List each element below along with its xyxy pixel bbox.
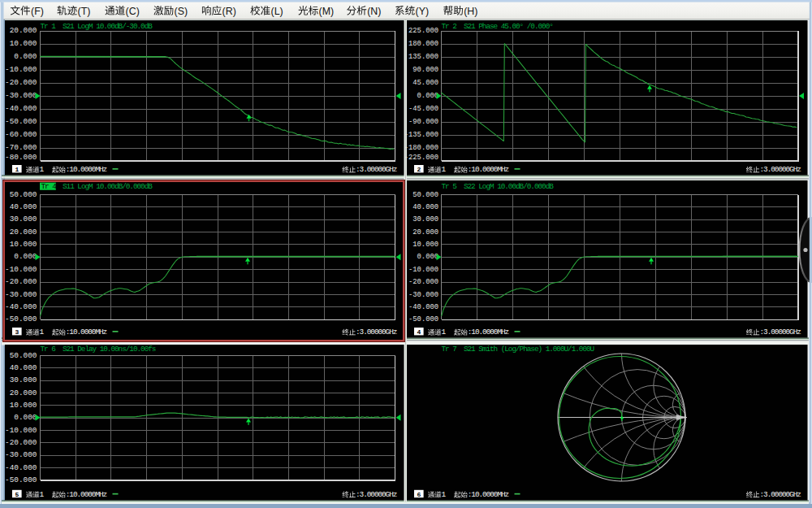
svg-text:0.000: 0.000 xyxy=(14,252,37,261)
svg-text::10.0000MHz: :10.0000MHz xyxy=(66,490,107,499)
svg-text:50.000: 50.000 xyxy=(10,351,37,360)
svg-text::3.00000GHz: :3.00000GHz xyxy=(760,490,801,499)
svg-text::3.00000GHz: :3.00000GHz xyxy=(760,165,801,174)
svg-text:0.000: 0.000 xyxy=(14,413,37,422)
svg-text:(T): (T) xyxy=(78,6,91,17)
svg-text:1: 1 xyxy=(15,166,19,173)
svg-text:20.000: 20.000 xyxy=(10,26,37,35)
svg-text:(F): (F) xyxy=(31,6,44,17)
svg-text:-10.000: -10.000 xyxy=(5,265,37,274)
svg-text:-60.000: -60.000 xyxy=(5,130,37,139)
svg-text:0.000: 0.000 xyxy=(417,253,438,261)
svg-text:-30.000: -30.000 xyxy=(5,450,37,459)
svg-text:(R): (R) xyxy=(222,6,236,17)
svg-text:-10.000: -10.000 xyxy=(5,426,37,435)
svg-text::10.0000MHz: :10.0000MHz xyxy=(468,490,509,499)
svg-text:-50.000: -50.000 xyxy=(5,117,37,126)
svg-text:-50.000: -50.000 xyxy=(5,475,37,484)
svg-text:-90.000: -90.000 xyxy=(408,118,438,126)
svg-text:0.000: 0.000 xyxy=(417,92,438,100)
svg-text:(S): (S) xyxy=(175,6,188,17)
svg-text::3.00000GHz: :3.00000GHz xyxy=(356,328,397,336)
svg-text:-50.000: -50.000 xyxy=(5,315,37,323)
svg-text:-135.000: -135.000 xyxy=(404,131,438,139)
svg-text:-70.000: -70.000 xyxy=(5,143,37,152)
svg-text:-10.000: -10.000 xyxy=(408,266,438,274)
svg-text:4: 4 xyxy=(417,328,421,336)
svg-text:50.000: 50.000 xyxy=(412,191,438,199)
svg-text:30.000: 30.000 xyxy=(10,376,37,384)
svg-text::3.00000GHz: :3.00000GHz xyxy=(356,490,397,499)
svg-text:10.000: 10.000 xyxy=(412,241,438,249)
svg-text:-225.000: -225.000 xyxy=(404,154,438,162)
svg-text:50.000: 50.000 xyxy=(10,190,37,199)
svg-text:30.000: 30.000 xyxy=(412,215,438,224)
svg-text:10.000: 10.000 xyxy=(10,401,37,410)
svg-text:40.000: 40.000 xyxy=(10,202,37,211)
svg-text:-45.000: -45.000 xyxy=(408,105,438,113)
svg-text::3.00000GHz: :3.00000GHz xyxy=(356,165,397,174)
svg-text:90.000: 90.000 xyxy=(412,66,438,74)
svg-text:S11 LogM 10.00dB/0.000dB: S11 LogM 10.00dB/0.000dB xyxy=(63,182,153,191)
svg-text:(H): (H) xyxy=(464,6,477,17)
svg-text:-30.000: -30.000 xyxy=(408,291,438,299)
svg-text:Tr 6 S21 Delay 10.00ns/10.00f: Tr 6 S21 Delay 10.00ns/10.00fs xyxy=(41,345,156,354)
svg-text:Tr 5 S22 LogM 10.00dB/0.000dB: Tr 5 S22 LogM 10.00dB/0.000dB xyxy=(442,182,555,191)
svg-text:(N): (N) xyxy=(367,6,381,17)
svg-text::10.0000MHz: :10.0000MHz xyxy=(66,165,107,174)
svg-text:20.000: 20.000 xyxy=(10,228,37,237)
svg-text:10.000: 10.000 xyxy=(10,39,37,48)
svg-text:10.000: 10.000 xyxy=(10,240,37,249)
svg-text:40.000: 40.000 xyxy=(10,363,37,372)
svg-text:3: 3 xyxy=(15,328,19,336)
svg-text:-40.000: -40.000 xyxy=(5,302,37,311)
svg-text::3.00000GHz: :3.00000GHz xyxy=(760,328,801,336)
svg-text:(Y): (Y) xyxy=(416,6,430,17)
svg-text:0.000: 0.000 xyxy=(14,52,37,61)
svg-text:20.000: 20.000 xyxy=(10,389,37,397)
svg-text:(C): (C) xyxy=(126,6,140,17)
svg-text:6: 6 xyxy=(417,491,421,498)
svg-text:-10.000: -10.000 xyxy=(5,65,37,74)
svg-text:-50.000: -50.000 xyxy=(408,315,438,323)
svg-text:20.000: 20.000 xyxy=(412,228,438,237)
svg-text:225.000: 225.000 xyxy=(408,27,438,35)
svg-text:30.000: 30.000 xyxy=(10,215,37,224)
svg-text:Tr 1 S21 LogM 10.00dB/-30.0dB: Tr 1 S21 LogM 10.00dB/-30.0dB xyxy=(41,22,153,31)
svg-text:-30.000: -30.000 xyxy=(5,91,37,100)
svg-text:-40.000: -40.000 xyxy=(5,463,37,472)
svg-text:135.000: 135.000 xyxy=(408,53,438,61)
svg-text:-180.000: -180.000 xyxy=(404,144,438,152)
svg-text:-20.000: -20.000 xyxy=(5,277,37,286)
svg-text:Tr 4: Tr 4 xyxy=(41,182,58,191)
svg-text:45.000: 45.000 xyxy=(412,79,438,87)
svg-text:-30.000: -30.000 xyxy=(5,290,37,299)
svg-text:(L): (L) xyxy=(271,6,283,17)
svg-text:Tr 2 S21 Phase 45.00° /0.000°: Tr 2 S21 Phase 45.00° /0.000° xyxy=(442,22,554,31)
svg-text::10.0000MHz: :10.0000MHz xyxy=(66,328,107,336)
svg-text:(M): (M) xyxy=(319,6,335,17)
svg-text::10.0000MHz: :10.0000MHz xyxy=(468,165,509,174)
svg-text::10.0000MHz: :10.0000MHz xyxy=(468,328,509,336)
svg-text:Tr 7 S21 Smith (Log/Phase) 1.: Tr 7 S21 Smith (Log/Phase) 1.000U/1.000U xyxy=(442,345,594,354)
svg-text:-20.000: -20.000 xyxy=(408,278,438,286)
svg-text:-20.000: -20.000 xyxy=(5,438,37,447)
svg-text:40.000: 40.000 xyxy=(412,203,438,211)
svg-text:-40.000: -40.000 xyxy=(408,303,438,311)
svg-text:2: 2 xyxy=(417,166,421,173)
svg-text:-40.000: -40.000 xyxy=(5,104,37,113)
svg-text:-20.000: -20.000 xyxy=(5,78,37,87)
svg-text:5: 5 xyxy=(15,491,19,498)
svg-text:-80.000: -80.000 xyxy=(5,153,37,162)
svg-text:180.000: 180.000 xyxy=(408,40,438,48)
